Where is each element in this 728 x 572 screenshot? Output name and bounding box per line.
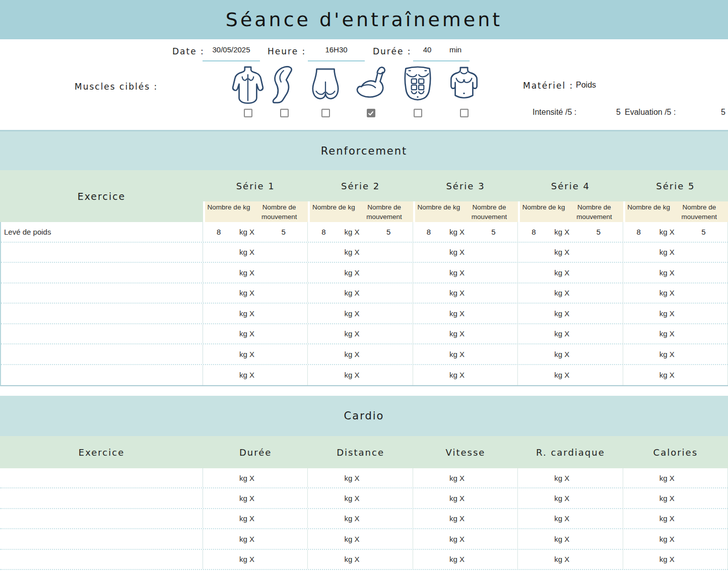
cardio-value-cell[interactable]: kg X [234, 468, 259, 487]
cardio-value-cell[interactable]: kg X [340, 529, 365, 548]
kg-cell[interactable] [413, 263, 444, 282]
kg-cell[interactable] [308, 344, 339, 364]
mv-cell[interactable] [259, 243, 307, 262]
kg-cell[interactable] [623, 344, 654, 364]
cardio-value-cell[interactable]: kg X [549, 509, 574, 528]
mv-cell[interactable] [259, 263, 307, 282]
cardio-value-cell[interactable]: kg X [340, 468, 365, 487]
cardio-value-cell[interactable]: kg X [654, 550, 680, 569]
mv-cell[interactable] [364, 365, 412, 386]
kg-cell[interactable] [623, 283, 654, 303]
mv-cell[interactable] [259, 324, 307, 344]
mv-cell[interactable] [574, 263, 622, 282]
mv-cell[interactable] [574, 324, 622, 344]
mv-cell[interactable] [574, 283, 622, 303]
mv-cell[interactable] [680, 243, 727, 262]
cardio-value-cell[interactable]: kg X [549, 488, 574, 508]
mv-cell[interactable] [470, 283, 517, 303]
cardio-value-cell[interactable]: kg X [549, 550, 574, 569]
mv-cell[interactable] [364, 324, 412, 344]
evaluation-field[interactable]: 5 [705, 108, 725, 117]
exercise-cell[interactable] [1, 365, 203, 386]
cardio-value-cell[interactable]: kg X [444, 550, 470, 569]
kg-cell[interactable] [203, 324, 234, 344]
mv-cell[interactable] [364, 243, 412, 262]
kg-cell[interactable] [308, 283, 339, 303]
mv-cell[interactable] [574, 365, 622, 386]
kg-cell[interactable] [518, 263, 549, 282]
materiel-field[interactable]: Poids [576, 81, 596, 90]
kg-cell[interactable] [308, 324, 339, 344]
mv-cell[interactable] [470, 243, 517, 262]
exercise-cell[interactable] [0, 468, 203, 487]
cardio-value-cell[interactable]: kg X [444, 509, 470, 528]
kg-cell[interactable] [623, 324, 654, 344]
mv-cell[interactable] [259, 344, 307, 364]
mv-cell[interactable] [680, 344, 727, 364]
exercise-cell[interactable] [0, 488, 203, 508]
exercise-cell[interactable] [1, 283, 203, 303]
mv-cell[interactable] [470, 263, 517, 282]
cardio-value-cell[interactable]: kg X [654, 509, 680, 528]
mv-cell[interactable] [574, 344, 622, 364]
kg-cell[interactable] [518, 365, 549, 386]
mv-cell[interactable] [470, 344, 517, 364]
kg-cell[interactable] [623, 304, 654, 323]
kg-cell[interactable] [203, 243, 234, 262]
kg-cell[interactable] [203, 304, 234, 323]
cardio-value-cell[interactable]: kg X [234, 529, 259, 548]
kg-cell[interactable] [413, 283, 444, 303]
kg-cell[interactable] [203, 344, 234, 364]
mv-cell[interactable] [680, 263, 727, 282]
mv-cell[interactable] [259, 365, 307, 386]
cardio-value-cell[interactable]: kg X [340, 509, 365, 528]
muscle-checkbox-glutes[interactable] [321, 109, 330, 117]
kg-cell[interactable] [308, 263, 339, 282]
cardio-value-cell[interactable]: kg X [340, 488, 365, 508]
exercise-cell[interactable] [0, 509, 203, 528]
kg-cell[interactable] [623, 365, 654, 386]
exercise-cell[interactable] [1, 263, 203, 282]
exercise-cell[interactable] [1, 243, 203, 262]
mv-cell[interactable]: 5 [680, 222, 727, 242]
mv-cell[interactable] [680, 304, 727, 323]
mv-cell[interactable] [470, 324, 517, 344]
kg-cell[interactable] [518, 324, 549, 344]
cardio-value-cell[interactable]: kg X [234, 550, 259, 569]
mv-cell[interactable] [470, 365, 517, 386]
kg-cell[interactable] [413, 324, 444, 344]
mv-cell[interactable] [364, 344, 412, 364]
exercise-cell[interactable] [1, 324, 203, 344]
kg-cell[interactable] [308, 243, 339, 262]
cardio-value-cell[interactable]: kg X [444, 488, 470, 508]
exercise-cell[interactable] [0, 550, 203, 569]
kg-cell[interactable] [203, 263, 234, 282]
kg-cell[interactable] [308, 365, 339, 386]
kg-cell[interactable]: 8 [203, 222, 234, 242]
kg-cell[interactable] [413, 243, 444, 262]
muscle-checkbox-leg[interactable] [280, 109, 289, 117]
mv-cell[interactable] [680, 324, 727, 344]
kg-cell[interactable] [203, 283, 234, 303]
mv-cell[interactable] [364, 304, 412, 323]
cardio-value-cell[interactable]: kg X [444, 529, 470, 548]
cardio-value-cell[interactable]: kg X [654, 529, 680, 548]
kg-cell[interactable] [413, 365, 444, 386]
kg-cell[interactable] [413, 344, 444, 364]
kg-cell[interactable] [623, 263, 654, 282]
cardio-value-cell[interactable]: kg X [444, 468, 470, 487]
cardio-value-cell[interactable]: kg X [549, 468, 574, 487]
kg-cell[interactable] [518, 243, 549, 262]
exercise-cell[interactable]: Levé de poids [1, 222, 203, 242]
kg-cell[interactable] [518, 344, 549, 364]
kg-cell[interactable] [518, 283, 549, 303]
kg-cell[interactable]: 8 [518, 222, 549, 242]
muscle-checkbox-biceps[interactable] [367, 109, 375, 117]
mv-cell[interactable]: 5 [364, 222, 412, 242]
mv-cell[interactable] [574, 243, 622, 262]
exercise-cell[interactable] [0, 529, 203, 548]
muscle-checkbox-back[interactable] [244, 109, 252, 117]
cardio-value-cell[interactable]: kg X [654, 488, 680, 508]
cardio-value-cell[interactable]: kg X [234, 509, 259, 528]
mv-cell[interactable] [574, 304, 622, 323]
